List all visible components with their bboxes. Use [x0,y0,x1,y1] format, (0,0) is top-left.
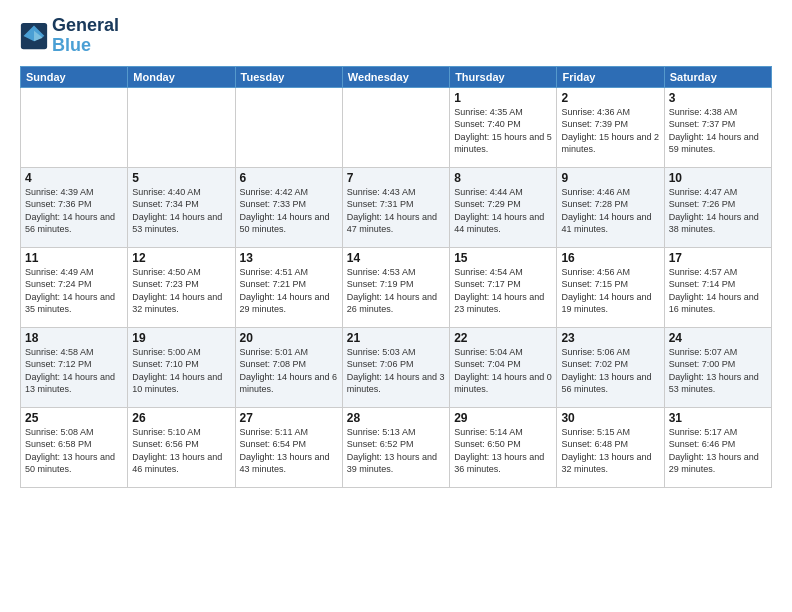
calendar-cell: 21Sunrise: 5:03 AM Sunset: 7:06 PM Dayli… [342,327,449,407]
day-number: 6 [240,171,338,185]
calendar-cell: 7Sunrise: 4:43 AM Sunset: 7:31 PM Daylig… [342,167,449,247]
calendar-cell [235,87,342,167]
day-info: Sunrise: 4:35 AM Sunset: 7:40 PM Dayligh… [454,106,552,156]
day-info: Sunrise: 4:44 AM Sunset: 7:29 PM Dayligh… [454,186,552,236]
header: General Blue [20,16,772,56]
day-info: Sunrise: 5:13 AM Sunset: 6:52 PM Dayligh… [347,426,445,476]
day-info: Sunrise: 5:11 AM Sunset: 6:54 PM Dayligh… [240,426,338,476]
day-number: 30 [561,411,659,425]
day-number: 15 [454,251,552,265]
calendar-cell: 9Sunrise: 4:46 AM Sunset: 7:28 PM Daylig… [557,167,664,247]
day-number: 14 [347,251,445,265]
week-row-3: 11Sunrise: 4:49 AM Sunset: 7:24 PM Dayli… [21,247,772,327]
calendar-cell: 22Sunrise: 5:04 AM Sunset: 7:04 PM Dayli… [450,327,557,407]
day-info: Sunrise: 5:01 AM Sunset: 7:08 PM Dayligh… [240,346,338,396]
col-header-tuesday: Tuesday [235,66,342,87]
day-info: Sunrise: 4:56 AM Sunset: 7:15 PM Dayligh… [561,266,659,316]
calendar-cell: 14Sunrise: 4:53 AM Sunset: 7:19 PM Dayli… [342,247,449,327]
day-number: 20 [240,331,338,345]
calendar-cell [21,87,128,167]
day-info: Sunrise: 5:08 AM Sunset: 6:58 PM Dayligh… [25,426,123,476]
day-number: 28 [347,411,445,425]
calendar-cell: 20Sunrise: 5:01 AM Sunset: 7:08 PM Dayli… [235,327,342,407]
day-number: 11 [25,251,123,265]
week-row-5: 25Sunrise: 5:08 AM Sunset: 6:58 PM Dayli… [21,407,772,487]
day-info: Sunrise: 4:58 AM Sunset: 7:12 PM Dayligh… [25,346,123,396]
day-number: 10 [669,171,767,185]
week-row-1: 1Sunrise: 4:35 AM Sunset: 7:40 PM Daylig… [21,87,772,167]
logo-icon [20,22,48,50]
day-info: Sunrise: 4:57 AM Sunset: 7:14 PM Dayligh… [669,266,767,316]
day-number: 16 [561,251,659,265]
day-number: 4 [25,171,123,185]
day-number: 12 [132,251,230,265]
logo: General Blue [20,16,119,56]
col-header-thursday: Thursday [450,66,557,87]
calendar-cell: 27Sunrise: 5:11 AM Sunset: 6:54 PM Dayli… [235,407,342,487]
day-info: Sunrise: 5:00 AM Sunset: 7:10 PM Dayligh… [132,346,230,396]
week-row-4: 18Sunrise: 4:58 AM Sunset: 7:12 PM Dayli… [21,327,772,407]
calendar-table: SundayMondayTuesdayWednesdayThursdayFrid… [20,66,772,488]
calendar-cell: 16Sunrise: 4:56 AM Sunset: 7:15 PM Dayli… [557,247,664,327]
logo-text-line2: Blue [52,36,119,56]
calendar-cell: 3Sunrise: 4:38 AM Sunset: 7:37 PM Daylig… [664,87,771,167]
calendar-cell: 2Sunrise: 4:36 AM Sunset: 7:39 PM Daylig… [557,87,664,167]
day-info: Sunrise: 4:36 AM Sunset: 7:39 PM Dayligh… [561,106,659,156]
day-info: Sunrise: 4:54 AM Sunset: 7:17 PM Dayligh… [454,266,552,316]
calendar-cell: 30Sunrise: 5:15 AM Sunset: 6:48 PM Dayli… [557,407,664,487]
day-info: Sunrise: 5:07 AM Sunset: 7:00 PM Dayligh… [669,346,767,396]
calendar-cell: 11Sunrise: 4:49 AM Sunset: 7:24 PM Dayli… [21,247,128,327]
day-number: 18 [25,331,123,345]
calendar-cell: 26Sunrise: 5:10 AM Sunset: 6:56 PM Dayli… [128,407,235,487]
logo-text-line1: General [52,16,119,36]
calendar-cell: 29Sunrise: 5:14 AM Sunset: 6:50 PM Dayli… [450,407,557,487]
day-info: Sunrise: 5:14 AM Sunset: 6:50 PM Dayligh… [454,426,552,476]
calendar-cell: 13Sunrise: 4:51 AM Sunset: 7:21 PM Dayli… [235,247,342,327]
day-info: Sunrise: 4:46 AM Sunset: 7:28 PM Dayligh… [561,186,659,236]
calendar-cell: 4Sunrise: 4:39 AM Sunset: 7:36 PM Daylig… [21,167,128,247]
day-info: Sunrise: 4:50 AM Sunset: 7:23 PM Dayligh… [132,266,230,316]
day-info: Sunrise: 4:39 AM Sunset: 7:36 PM Dayligh… [25,186,123,236]
day-number: 23 [561,331,659,345]
calendar-cell: 17Sunrise: 4:57 AM Sunset: 7:14 PM Dayli… [664,247,771,327]
day-info: Sunrise: 5:04 AM Sunset: 7:04 PM Dayligh… [454,346,552,396]
day-number: 27 [240,411,338,425]
col-header-saturday: Saturday [664,66,771,87]
day-number: 7 [347,171,445,185]
calendar-cell: 5Sunrise: 4:40 AM Sunset: 7:34 PM Daylig… [128,167,235,247]
calendar-header-row: SundayMondayTuesdayWednesdayThursdayFrid… [21,66,772,87]
day-number: 9 [561,171,659,185]
calendar-cell: 31Sunrise: 5:17 AM Sunset: 6:46 PM Dayli… [664,407,771,487]
day-number: 26 [132,411,230,425]
day-info: Sunrise: 4:42 AM Sunset: 7:33 PM Dayligh… [240,186,338,236]
col-header-monday: Monday [128,66,235,87]
day-number: 31 [669,411,767,425]
day-number: 2 [561,91,659,105]
col-header-sunday: Sunday [21,66,128,87]
day-info: Sunrise: 4:53 AM Sunset: 7:19 PM Dayligh… [347,266,445,316]
day-number: 22 [454,331,552,345]
day-info: Sunrise: 5:03 AM Sunset: 7:06 PM Dayligh… [347,346,445,396]
calendar-cell: 1Sunrise: 4:35 AM Sunset: 7:40 PM Daylig… [450,87,557,167]
day-info: Sunrise: 5:17 AM Sunset: 6:46 PM Dayligh… [669,426,767,476]
day-info: Sunrise: 4:43 AM Sunset: 7:31 PM Dayligh… [347,186,445,236]
day-number: 8 [454,171,552,185]
calendar-cell: 23Sunrise: 5:06 AM Sunset: 7:02 PM Dayli… [557,327,664,407]
calendar-cell: 25Sunrise: 5:08 AM Sunset: 6:58 PM Dayli… [21,407,128,487]
day-info: Sunrise: 5:10 AM Sunset: 6:56 PM Dayligh… [132,426,230,476]
calendar-cell: 28Sunrise: 5:13 AM Sunset: 6:52 PM Dayli… [342,407,449,487]
day-number: 19 [132,331,230,345]
calendar-cell: 24Sunrise: 5:07 AM Sunset: 7:00 PM Dayli… [664,327,771,407]
calendar-cell: 8Sunrise: 4:44 AM Sunset: 7:29 PM Daylig… [450,167,557,247]
calendar-cell: 15Sunrise: 4:54 AM Sunset: 7:17 PM Dayli… [450,247,557,327]
day-info: Sunrise: 5:06 AM Sunset: 7:02 PM Dayligh… [561,346,659,396]
day-info: Sunrise: 4:51 AM Sunset: 7:21 PM Dayligh… [240,266,338,316]
day-info: Sunrise: 4:47 AM Sunset: 7:26 PM Dayligh… [669,186,767,236]
calendar-cell: 18Sunrise: 4:58 AM Sunset: 7:12 PM Dayli… [21,327,128,407]
day-info: Sunrise: 4:49 AM Sunset: 7:24 PM Dayligh… [25,266,123,316]
day-info: Sunrise: 4:38 AM Sunset: 7:37 PM Dayligh… [669,106,767,156]
col-header-friday: Friday [557,66,664,87]
page: General Blue SundayMondayTuesdayWednesda… [0,0,792,612]
calendar-cell: 12Sunrise: 4:50 AM Sunset: 7:23 PM Dayli… [128,247,235,327]
day-number: 24 [669,331,767,345]
